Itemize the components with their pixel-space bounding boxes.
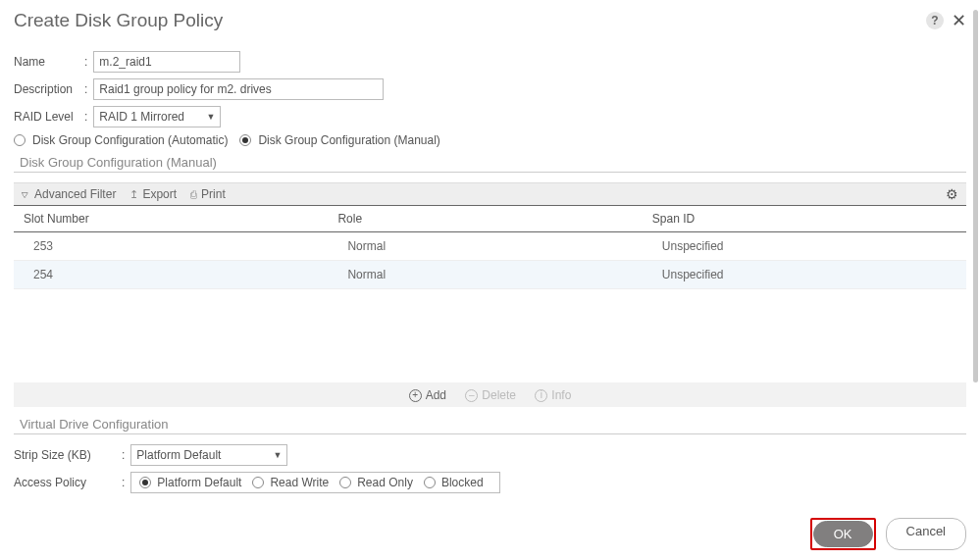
- raid-level-label: RAID Level: [14, 110, 84, 124]
- info-button: i Info: [535, 388, 571, 402]
- gear-icon[interactable]: ⚙: [946, 186, 958, 202]
- access-ro-radio[interactable]: [339, 477, 351, 488]
- access-policy-label: Access Policy: [14, 476, 122, 489]
- strip-size-select[interactable]: Platform Default ▼: [130, 444, 287, 466]
- filter-icon: 🜄: [20, 188, 30, 200]
- info-icon: i: [535, 389, 547, 402]
- dialog-title: Create Disk Group Policy: [14, 10, 223, 31]
- print-button[interactable]: ⎙ Print: [190, 187, 226, 201]
- ok-button-highlight: OK: [810, 518, 876, 550]
- ok-button[interactable]: OK: [813, 521, 873, 547]
- name-input[interactable]: [93, 51, 240, 73]
- table-row[interactable]: 254 Normal Unspecified: [14, 261, 966, 289]
- dialog-footer: OK Cancel: [810, 518, 966, 550]
- raid-level-select[interactable]: RAID 1 Mirrored ▼: [93, 106, 221, 127]
- col-role[interactable]: Role: [328, 206, 642, 232]
- access-rw-radio[interactable]: [252, 477, 264, 488]
- col-slot[interactable]: Slot Number: [14, 206, 328, 232]
- print-icon: ⎙: [190, 188, 197, 200]
- close-icon[interactable]: ✕: [952, 12, 966, 29]
- scrollbar[interactable]: [973, 10, 978, 382]
- access-platform-radio[interactable]: [139, 477, 151, 488]
- table-action-bar: + Add – Delete i Info: [14, 382, 966, 407]
- chevron-down-icon: ▼: [273, 450, 282, 460]
- col-span[interactable]: Span ID: [643, 206, 966, 232]
- chevron-down-icon: ▼: [206, 112, 215, 122]
- help-button[interactable]: ?: [926, 12, 944, 29]
- strip-size-label: Strip Size (KB): [14, 448, 122, 462]
- trash-icon: –: [465, 389, 478, 402]
- manual-section-title: Disk Group Configuration (Manual): [14, 155, 966, 170]
- table-row[interactable]: 253 Normal Unspecified: [14, 232, 966, 261]
- table-toolbar: 🜄 Advanced Filter ↥ Export ⎙ Print ⚙: [14, 182, 966, 206]
- cancel-button[interactable]: Cancel: [886, 518, 966, 550]
- advanced-filter-button[interactable]: 🜄 Advanced Filter: [20, 187, 116, 201]
- name-label: Name: [14, 55, 84, 69]
- export-button[interactable]: ↥ Export: [129, 187, 177, 201]
- config-manual-radio[interactable]: [239, 134, 251, 146]
- disk-group-table: Slot Number Role Span ID 253 Normal Unsp…: [14, 206, 966, 289]
- description-input[interactable]: [93, 78, 384, 100]
- add-button[interactable]: + Add: [409, 388, 446, 402]
- delete-button: – Delete: [465, 388, 516, 402]
- plus-icon: +: [409, 389, 422, 402]
- export-icon: ↥: [129, 188, 138, 201]
- access-blocked-radio[interactable]: [424, 477, 436, 488]
- virtual-section-title: Virtual Drive Configuration: [14, 417, 966, 432]
- description-label: Description: [14, 82, 84, 96]
- config-auto-radio[interactable]: [14, 134, 26, 146]
- access-policy-group: Platform Default Read Write Read Only Bl…: [130, 472, 499, 493]
- config-manual-label: Disk Group Configuration (Manual): [258, 133, 439, 147]
- config-auto-label: Disk Group Configuration (Automatic): [32, 133, 228, 147]
